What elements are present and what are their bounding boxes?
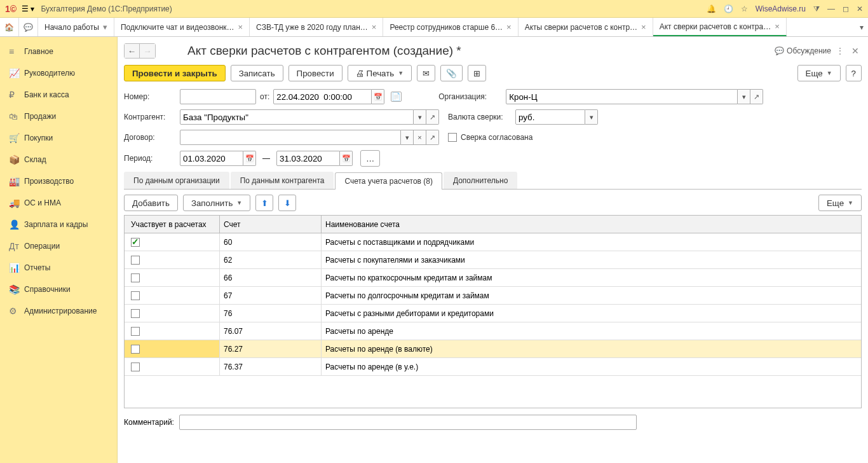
table-row[interactable]: 66Расчеты по краткосрочным кредитам и за… <box>125 269 861 287</box>
subtab-2[interactable]: Счета учета расчетов (8) <box>335 172 442 190</box>
help-button[interactable]: ? <box>846 65 862 81</box>
subtab-0[interactable]: По данным организации <box>124 172 229 189</box>
tab-3[interactable]: Реестр сотрудников старше 6…× <box>383 18 518 36</box>
contract-dropdown-icon[interactable]: ▾ <box>401 130 414 145</box>
table-row[interactable]: 76Расчеты с разными дебиторами и кредито… <box>125 305 861 322</box>
table-row[interactable]: 76.27Расчеты по аренде (в валюте) <box>125 340 861 358</box>
tab-close-icon[interactable]: × <box>641 22 646 32</box>
email-button[interactable]: ✉ <box>417 65 435 81</box>
nav-item-9[interactable]: ДтОперации <box>0 235 117 257</box>
nav-item-8[interactable]: 👤Зарплата и кадры <box>0 214 117 235</box>
counterparty-dropdown-icon[interactable]: ▾ <box>414 109 426 125</box>
nav-item-2[interactable]: ₽Банк и касса <box>0 84 117 106</box>
nav-item-12[interactable]: ⚙Администрирование <box>0 300 117 322</box>
table-row[interactable]: 60Расчеты с поставщиками и подрядчиками <box>125 233 861 251</box>
more-button[interactable]: Еще ▼ <box>797 65 841 81</box>
structure-button[interactable]: ⊞ <box>468 65 486 81</box>
period-from-input[interactable] <box>180 151 243 166</box>
row-checkbox[interactable] <box>131 273 140 282</box>
attach-button[interactable]: 📎 <box>440 65 463 81</box>
tab-close-icon[interactable]: × <box>238 22 243 32</box>
minimize-icon[interactable]: — <box>827 4 835 13</box>
site-link[interactable]: WiseAdwise.ru <box>756 4 806 13</box>
table-row[interactable]: 76.07Расчеты по аренде <box>125 322 861 340</box>
col-header-name[interactable]: Наименование счета <box>322 220 861 229</box>
discuss-button[interactable]: 💬 Обсуждение <box>775 46 831 55</box>
row-checkbox[interactable] <box>131 345 140 354</box>
tab-close-icon[interactable]: × <box>372 22 377 32</box>
close-icon[interactable]: ✕ <box>857 4 863 13</box>
nav-item-1[interactable]: 📈Руководителю <box>0 62 117 84</box>
tabs-dropdown-icon[interactable]: ▾ <box>855 18 868 36</box>
subtab-1[interactable]: По данным контрагента <box>231 172 334 189</box>
nav-item-5[interactable]: 📦Склад <box>0 149 117 170</box>
tab-1[interactable]: Подключите чат и видеозвонк…× <box>114 18 250 36</box>
chat-icon[interactable]: 💬 <box>19 18 38 36</box>
move-up-button[interactable]: ⬆ <box>255 195 273 211</box>
tab-close-icon[interactable]: × <box>506 22 512 32</box>
currency-dropdown-icon[interactable]: ▾ <box>585 109 598 125</box>
move-down-button[interactable]: ⬇ <box>278 195 296 211</box>
date-input[interactable] <box>273 89 372 104</box>
table-row[interactable]: 67Расчеты по долгосрочным кредитам и зай… <box>125 287 861 305</box>
org-open-icon[interactable]: ↗ <box>750 89 763 104</box>
print-button[interactable]: 🖨 Печать ▼ <box>348 65 412 81</box>
burger-icon[interactable]: ☰ ▾ <box>22 4 34 13</box>
tab-caret-icon[interactable]: ▾ <box>103 22 107 32</box>
contract-open-icon[interactable]: ↗ <box>426 130 439 145</box>
nav-item-7[interactable]: 🚚ОС и НМА <box>0 192 117 214</box>
row-checkbox[interactable] <box>131 327 140 336</box>
post-button[interactable]: Провести <box>288 65 342 81</box>
tab-0[interactable]: Начало работы▾ <box>38 18 114 36</box>
period-select-button[interactable]: … <box>360 150 380 167</box>
filter-icon[interactable]: ⧩ <box>813 4 820 13</box>
row-checkbox[interactable] <box>131 291 140 300</box>
nav-item-4[interactable]: 🛒Покупки <box>0 127 117 149</box>
period-to-calendar-icon[interactable]: 📅 <box>340 151 353 166</box>
nav-item-11[interactable]: 📚Справочники <box>0 279 117 300</box>
period-from-calendar-icon[interactable]: 📅 <box>243 151 256 166</box>
table-row[interactable]: 76.37Расчеты по аренде (в у.е.) <box>125 358 861 376</box>
star-icon[interactable]: ☆ <box>741 4 748 13</box>
contract-clear-icon[interactable]: × <box>414 130 426 145</box>
tab-2[interactable]: СЗВ-ТД уже в 2020 году план…× <box>250 18 383 36</box>
table-row[interactable]: 62Расчеты с покупателями и заказчиками <box>125 251 861 269</box>
row-checkbox[interactable] <box>131 363 140 371</box>
bell-icon[interactable]: 🔔 <box>707 4 716 13</box>
org-input[interactable] <box>506 89 738 104</box>
org-dropdown-icon[interactable]: ▾ <box>738 89 750 104</box>
row-checkbox[interactable] <box>131 238 140 247</box>
kebab-icon[interactable]: ⋮ <box>836 46 844 55</box>
back-button[interactable]: ← <box>125 44 140 58</box>
counterparty-input[interactable] <box>180 109 414 125</box>
subtab-3[interactable]: Дополнительно <box>444 172 517 189</box>
table-more-button[interactable]: Еще ▼ <box>818 195 862 211</box>
currency-input[interactable] <box>515 109 585 125</box>
add-button[interactable]: Добавить <box>124 195 178 211</box>
tab-5[interactable]: Акт сверки расчетов с контра…× <box>653 18 787 36</box>
counterparty-open-icon[interactable]: ↗ <box>426 109 439 125</box>
date-extra-icon[interactable]: 📄 <box>391 92 402 102</box>
col-header-account[interactable]: Счет <box>220 216 322 233</box>
comment-input[interactable] <box>179 415 637 430</box>
tab-close-icon[interactable]: × <box>775 22 780 31</box>
maximize-icon[interactable]: ◻ <box>843 4 849 13</box>
row-checkbox[interactable] <box>131 256 140 265</box>
col-header-participates[interactable]: Участвует в расчетах <box>125 216 220 233</box>
number-input[interactable] <box>180 89 256 104</box>
agreed-checkbox[interactable] <box>448 133 457 142</box>
nav-item-10[interactable]: 📊Отчеты <box>0 257 117 279</box>
history-icon[interactable]: 🕘 <box>724 4 733 13</box>
save-button[interactable]: Записать <box>231 65 283 81</box>
nav-item-0[interactable]: ≡Главное <box>0 41 117 62</box>
calendar-icon[interactable]: 📅 <box>372 89 384 104</box>
nav-item-3[interactable]: 🛍Продажи <box>0 106 117 127</box>
fill-button[interactable]: Заполнить ▼ <box>183 195 250 211</box>
page-close-icon[interactable]: ✕ <box>849 46 862 56</box>
nav-item-6[interactable]: 🏭Производство <box>0 170 117 192</box>
row-checkbox[interactable] <box>131 309 140 318</box>
forward-button[interactable]: → <box>140 44 155 58</box>
home-icon[interactable]: 🏠 <box>0 18 19 36</box>
period-to-input[interactable] <box>276 151 340 166</box>
contract-input[interactable] <box>180 130 401 145</box>
